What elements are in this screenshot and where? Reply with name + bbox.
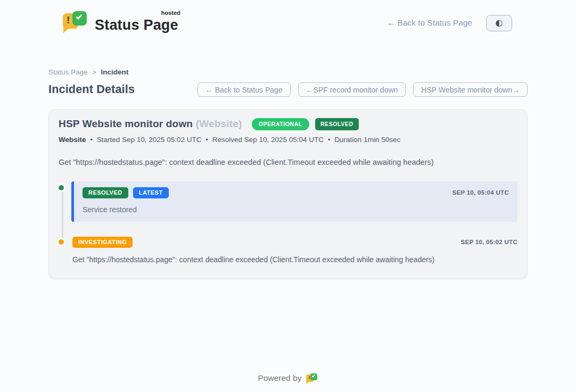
incident-nav-buttons: ← Back to Status Page ←SPF record monito… (198, 82, 528, 97)
investigating-status-badge: INVESTIGATING (72, 237, 133, 248)
prev-incident-button[interactable]: ←SPF record monitor down (298, 82, 406, 97)
logo-bubble-green (310, 373, 317, 380)
timeline-dot-green (57, 184, 65, 192)
timeline-item-resolved: RESOLVED LATEST SEP 10, 05:04 UTC Servic… (59, 181, 517, 222)
meta-separator: • (328, 136, 331, 144)
title-row: Incident Details ← Back to Status Page ←… (48, 82, 528, 97)
check-icon (76, 13, 82, 20)
timeline-entry-header: INVESTIGATING SEP 10, 05:02 UTC (72, 237, 517, 248)
timeline-message: Get "https://hostedstatus.page": context… (72, 255, 517, 264)
meta-separator: • (90, 136, 93, 144)
meta-duration: Duration 1min 50sec (334, 136, 400, 144)
timeline-item-investigating: INVESTIGATING SEP 10, 05:02 UTC Get "htt… (59, 237, 517, 264)
timeline-entry-plain: INVESTIGATING SEP 10, 05:02 UTC Get "htt… (72, 237, 517, 264)
operational-badge: OPERATIONAL (252, 118, 309, 130)
theme-toggle-button[interactable]: ◐ (486, 15, 512, 31)
incident-component: (Website) (196, 118, 242, 129)
meta-resolved: Resolved Sep 10, 2025 05:04 UTC (212, 136, 324, 144)
timeline-entry-badges: INVESTIGATING (72, 237, 133, 248)
timeline-message: Service restored (83, 205, 509, 214)
resolved-status-badge: RESOLVED (83, 187, 128, 198)
brand-text: hosted Status Page (95, 13, 178, 34)
brand-name: Status Page (95, 17, 178, 33)
resolved-badge: RESOLVED (315, 118, 359, 130)
meta-component: Website (59, 136, 86, 144)
powered-by-label: Powered by (258, 373, 302, 383)
breadcrumb-incident: Incident (101, 68, 129, 76)
brand-logo-icon: ! (63, 11, 88, 35)
top-header: ! hosted Status Page ← Back to Status Pa… (0, 0, 576, 38)
check-icon (312, 374, 315, 377)
brand-logo[interactable]: ! hosted Status Page (63, 11, 178, 35)
incident-description: Get "https://hostedstatus.page": context… (59, 158, 517, 166)
brand-superscript: hosted (161, 10, 180, 16)
powered-by: Powered by ! (0, 373, 576, 384)
exclamation-icon: ! (308, 376, 310, 380)
incident-name: HSP Website monitor down (59, 118, 193, 129)
meta-started: Started Sep 10, 2025 05:02 UTC (97, 136, 202, 144)
page-title: Incident Details (48, 83, 135, 96)
incident-title: HSP Website monitor down (Website) (59, 118, 242, 130)
next-incident-button[interactable]: HSP Website monitor down→ (413, 82, 528, 97)
main-content: Status Page > Incident Incident Details … (48, 68, 528, 279)
breadcrumb-status-page[interactable]: Status Page (48, 68, 88, 76)
incident-timeline: RESOLVED LATEST SEP 10, 05:04 UTC Servic… (59, 181, 517, 264)
brand-logo-mini-icon: ! (306, 373, 318, 384)
timeline-entry-badges: RESOLVED LATEST (83, 187, 169, 198)
header-actions: ← Back to Status Page ◐ (387, 15, 512, 31)
incident-title-row: HSP Website monitor down (Website) OPERA… (59, 118, 517, 130)
timeline-timestamp: SEP 10, 05:02 UTC (460, 239, 517, 245)
back-to-status-page-button[interactable]: ← Back to Status Page (198, 82, 291, 97)
breadcrumb: Status Page > Incident (48, 68, 528, 76)
meta-separator: • (205, 136, 208, 144)
timeline-dot-orange (57, 238, 65, 246)
timeline-entry-box: RESOLVED LATEST SEP 10, 05:04 UTC Servic… (71, 181, 517, 222)
timeline-entry-header: RESOLVED LATEST SEP 10, 05:04 UTC (83, 187, 509, 198)
incident-card: HSP Website monitor down (Website) OPERA… (48, 109, 528, 279)
page-footer: Powered by ! © 2025-10-08 14:10:34.77208… (0, 373, 576, 392)
timeline-timestamp: SEP 10, 05:04 UTC (452, 189, 509, 196)
contrast-icon: ◐ (496, 19, 503, 27)
logo-bubble-green (72, 11, 87, 26)
back-to-status-page-link[interactable]: ← Back to Status Page (387, 18, 472, 28)
breadcrumb-separator: > (93, 69, 96, 76)
incident-meta: Website • Started Sep 10, 2025 05:02 UTC… (59, 136, 517, 144)
exclamation-icon: ! (67, 15, 70, 25)
latest-badge: LATEST (133, 187, 169, 198)
